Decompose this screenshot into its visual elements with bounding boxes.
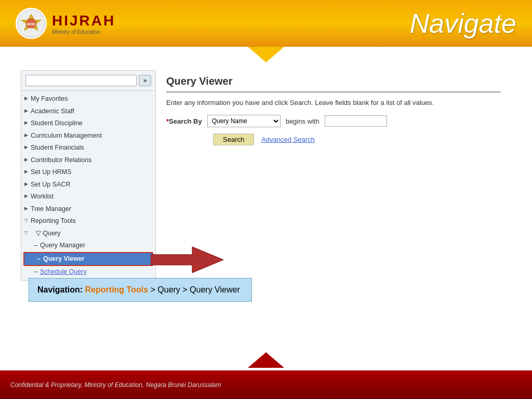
nav-caption-path-colored: Reporting Tools <box>85 285 148 294</box>
header: MOE HIJRAH Ministry of Education Navigat… <box>0 0 532 47</box>
search-form: *Search By Query Name Description Uses F… <box>166 115 501 127</box>
sidebar-item-setup-hrms[interactable]: Set Up HRMS <box>21 166 155 179</box>
nav-caption: Navigation: Reporting Tools > Query > Qu… <box>29 278 252 302</box>
search-button[interactable]: Search <box>213 134 254 145</box>
logo-area: MOE HIJRAH Ministry of Education <box>16 8 115 39</box>
sidebar-item-worklist[interactable]: Worklist <box>21 191 155 203</box>
sidebar-item-query-viewer[interactable]: –Query Viewer <box>23 252 153 267</box>
begins-with-label: begins with <box>286 117 320 125</box>
footer-notch <box>0 352 532 368</box>
nav-caption-path-rest: > Query > Query Viewer <box>148 285 240 294</box>
red-arrow-icon <box>151 244 223 275</box>
nav-title: Navigate <box>410 8 516 39</box>
sidebar-search-area: » <box>21 71 155 91</box>
info-text: Enter any information you have and click… <box>166 99 501 107</box>
header-notch <box>0 47 532 62</box>
sidebar-item-contributor-relations[interactable]: Contributor Relations <box>21 154 155 167</box>
nav-caption-prefix: Navigation: <box>37 285 83 294</box>
sidebar-search-button[interactable]: » <box>139 75 151 86</box>
sidebar-nav: My Favorites Academic Staff Student Disc… <box>21 91 155 281</box>
search-by-label: *Search By <box>166 117 202 125</box>
sidebar-item-query[interactable]: ▽ Query <box>21 228 155 240</box>
logo-text: HIJRAH Ministry of Education <box>52 12 115 35</box>
svg-marker-4 <box>151 247 223 273</box>
sidebar-item-student-discipline[interactable]: Student Discipline <box>21 117 155 130</box>
sidebar-item-academic-staff[interactable]: Academic Staff <box>21 105 155 118</box>
svg-text:MOE: MOE <box>27 22 35 26</box>
sidebar-item-curriculum-management[interactable]: Curriculum Management <box>21 130 155 142</box>
sidebar: » My Favorites Academic Staff Student Di… <box>21 70 156 281</box>
search-by-select[interactable]: Query Name Description Uses Field Name U… <box>207 115 281 127</box>
search-row: Search Advanced Search <box>213 134 501 145</box>
sidebar-item-tree-manager[interactable]: Tree Manager <box>21 203 155 216</box>
query-viewer-title: Query Viewer <box>166 75 501 92</box>
sidebar-item-my-favorites[interactable]: My Favorites <box>21 93 155 105</box>
logo-circle: MOE <box>16 8 47 39</box>
main-content: » My Favorites Academic Staff Student Di… <box>0 62 532 289</box>
sidebar-item-student-financials[interactable]: Student Financials <box>21 142 155 154</box>
sidebar-item-reporting-tools[interactable]: Reporting Tools <box>21 215 155 228</box>
sidebar-item-schedule-query[interactable]: –Schedule Query <box>21 266 155 278</box>
advanced-search-link[interactable]: Advanced Search <box>261 136 315 143</box>
footer-text: Confidential & Proprietary, Ministry of … <box>10 381 221 389</box>
sidebar-search-input[interactable] <box>25 75 137 86</box>
sidebar-item-query-manager[interactable]: –Query Manager <box>21 240 155 252</box>
sidebar-item-setup-sacr[interactable]: Set Up SACR <box>21 179 155 191</box>
begins-with-input[interactable] <box>325 115 387 127</box>
footer: Confidential & Proprietary, Ministry of … <box>0 370 532 399</box>
